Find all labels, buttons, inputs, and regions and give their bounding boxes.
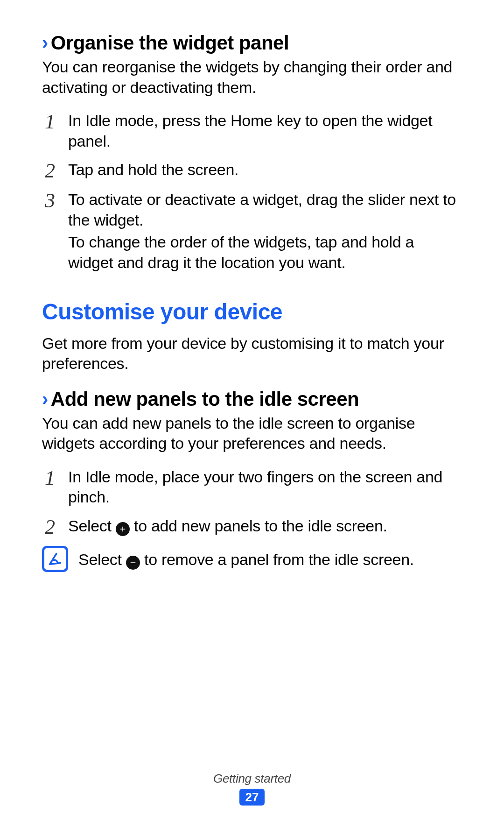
manual-page: ›Organise the widget panel You can reorg… — [0, 0, 504, 827]
subheading-organise: ›Organise the widget panel — [42, 32, 462, 54]
page-footer: Getting started 27 — [0, 771, 504, 806]
page-number-badge: 27 — [239, 789, 265, 806]
step-text: In Idle mode, place your two fingers on … — [68, 467, 462, 508]
step-number: 3 — [42, 190, 58, 211]
step-number: 2 — [42, 516, 58, 537]
note-icon — [42, 546, 68, 572]
chevron-right-icon: › — [42, 389, 48, 409]
subheading-text: Add new panels to the idle screen — [51, 388, 359, 410]
page-number: 27 — [245, 790, 259, 805]
plus-circle-icon — [116, 522, 130, 536]
step-number: 2 — [42, 160, 58, 181]
subheading-add-panels: ›Add new panels to the idle screen — [42, 388, 462, 410]
step-item: 3 To activate or deactivate a widget, dr… — [42, 190, 462, 273]
footer-section-label: Getting started — [0, 771, 504, 786]
step-text-before: Select — [68, 517, 116, 535]
note-text: Select to remove a panel from the idle s… — [78, 546, 462, 570]
chevron-right-icon: › — [42, 32, 48, 53]
step-para: To activate or deactivate a widget, drag… — [68, 190, 462, 230]
intro-add-panels: You can add new panels to the idle scree… — [42, 413, 462, 454]
step-para: To change the order of the widgets, tap … — [68, 232, 462, 273]
intro-customise: Get more from your device by customising… — [42, 333, 462, 374]
section-title-customise: Customise your device — [42, 299, 462, 325]
step-number: 1 — [42, 111, 58, 132]
step-item: 1 In Idle mode, press the Home key to op… — [42, 111, 462, 151]
step-item: 2 Tap and hold the screen. — [42, 160, 462, 181]
steps-organise: 1 In Idle mode, press the Home key to op… — [42, 111, 462, 273]
step-para: Tap and hold the screen. — [68, 160, 462, 180]
step-para: In Idle mode, press the Home key to open… — [68, 111, 462, 151]
note-text-after: to remove a panel from the idle screen. — [140, 551, 414, 568]
note-text-before: Select — [78, 551, 126, 568]
intro-organise: You can reorganise the widgets by changi… — [42, 57, 462, 98]
step-text: Tap and hold the screen. — [68, 160, 462, 180]
step-text-after: to add new panels to the idle screen. — [130, 517, 387, 535]
steps-add-panels: 1 In Idle mode, place your two fingers o… — [42, 467, 462, 537]
step-text: In Idle mode, press the Home key to open… — [68, 111, 462, 151]
step-item: 1 In Idle mode, place your two fingers o… — [42, 467, 462, 508]
step-text: To activate or deactivate a widget, drag… — [68, 190, 462, 273]
minus-circle-icon — [126, 556, 140, 570]
step-text: Select to add new panels to the idle scr… — [68, 516, 462, 537]
note-row: Select to remove a panel from the idle s… — [42, 546, 462, 572]
step-item: 2 Select to add new panels to the idle s… — [42, 516, 462, 537]
step-number: 1 — [42, 467, 58, 488]
subheading-text: Organise the widget panel — [51, 32, 289, 54]
